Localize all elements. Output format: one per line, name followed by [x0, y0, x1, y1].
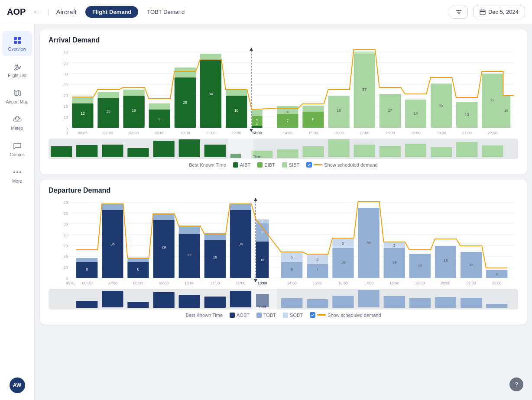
svg-text:10:00: 10:00: [185, 281, 194, 284]
svg-text:13: 13: [465, 113, 469, 117]
sidebar-item-overview[interactable]: Overview: [2, 31, 32, 56]
svg-rect-116: [354, 145, 375, 157]
svg-text:8: 8: [137, 267, 139, 271]
svg-rect-219: [179, 295, 200, 308]
svg-marker-57: [250, 48, 253, 51]
svg-text:21:00: 21:00: [462, 131, 472, 134]
svg-text:Time: Time: [253, 155, 261, 158]
svg-text:09:00: 09:00: [159, 281, 169, 284]
svg-text:25: 25: [183, 100, 187, 105]
date-button[interactable]: Dec 5, 2024: [473, 6, 525, 18]
svg-rect-107: [127, 148, 149, 157]
svg-text:08:00: 08:00: [129, 131, 139, 134]
legend-tobt: TOBT: [256, 313, 276, 318]
svg-rect-60: [252, 110, 263, 116]
svg-rect-7: [14, 37, 17, 40]
svg-text:09:00: 09:00: [155, 131, 164, 134]
back-button[interactable]: ←: [32, 7, 40, 16]
sidebar-item-comms[interactable]: Comms: [2, 137, 32, 161]
sidebar-item-flight-list[interactable]: Flight List: [2, 58, 32, 82]
svg-text:15: 15: [106, 109, 110, 113]
svg-rect-117: [380, 146, 401, 157]
svg-rect-47: [175, 68, 196, 77]
svg-point-13: [16, 117, 19, 120]
svg-text:14:00: 14:00: [283, 131, 292, 134]
legend-eibt-label: EIBT: [264, 162, 275, 168]
svg-text:10:00: 10:00: [180, 131, 190, 134]
svg-text:17:00: 17:00: [364, 281, 373, 284]
help-button[interactable]: ?: [509, 377, 523, 391]
legend-scheduled-departure-label: Show scheduled demand: [328, 313, 381, 318]
svg-text:5: 5: [342, 241, 344, 245]
arrival-chart-svg: 40 35 30 25 20 15 10 5 0 12: [49, 48, 518, 134]
svg-text:15: 15: [392, 261, 396, 265]
svg-text:16: 16: [337, 108, 341, 113]
svg-text:19: 19: [213, 255, 217, 259]
scheduled-checkbox-departure[interactable]: [310, 312, 315, 318]
aobt-swatch: [230, 313, 235, 318]
svg-point-14: [13, 171, 15, 173]
departure-chart-svg: 40 35 30 25 20 15 10 5 0 8: [49, 198, 518, 284]
arrival-legend: Best Known Time AIBT EIBT SIBT: [49, 162, 518, 168]
sidebar-item-airport-map[interactable]: Airport Map: [2, 84, 32, 109]
svg-text:05:45: 05:45: [66, 281, 75, 284]
svg-rect-41: [123, 90, 144, 96]
svg-text:3: 3: [393, 243, 396, 248]
svg-text:08:00: 08:00: [133, 281, 143, 284]
svg-text:16: 16: [132, 108, 136, 113]
overview-icon: [13, 35, 22, 45]
svg-text:22:00: 22:00: [492, 281, 502, 284]
legend-dep-bkt-label: Best Known Time: [185, 313, 223, 318]
svg-rect-220: [204, 297, 226, 308]
arrival-mini-chart: Time: [49, 139, 518, 159]
scheduled-checkbox-arrival[interactable]: [306, 162, 312, 168]
user-avatar[interactable]: AW: [10, 377, 25, 393]
arrival-chart-container: 40 35 30 25 20 15 10 5 0 12: [49, 48, 518, 159]
date-label: Dec 5, 2024: [488, 9, 519, 15]
svg-rect-53: [226, 90, 247, 96]
svg-text:19:00: 19:00: [415, 281, 425, 284]
tab-tobt-demand[interactable]: TOBT Demand: [140, 6, 191, 18]
legend-aibt: AIBT: [233, 162, 250, 168]
svg-rect-10: [18, 41, 21, 44]
svg-rect-223: [281, 298, 302, 308]
svg-text:20:00: 20:00: [441, 281, 450, 284]
legend-scheduled-departure[interactable]: Show scheduled demand: [310, 312, 381, 318]
svg-rect-115: [328, 139, 349, 157]
svg-text:20: 20: [63, 94, 68, 98]
svg-rect-68: [302, 106, 324, 112]
svg-text:14:00: 14:00: [287, 281, 297, 284]
top-nav: AOP ← | Aircraft Flight Demand TOBT Dema…: [0, 0, 532, 24]
svg-text:34: 34: [209, 92, 213, 96]
sidebar: Overview Flight List Airport Map: [0, 24, 35, 400]
svg-rect-9: [14, 41, 17, 44]
sidebar-item-more[interactable]: More: [2, 163, 32, 188]
sidebar-item-meteo[interactable]: Meteo: [2, 110, 32, 135]
legend-scheduled-arrival[interactable]: Show scheduled demand: [306, 162, 378, 168]
svg-text:Time: Time: [259, 305, 266, 309]
svg-rect-218: [153, 292, 174, 308]
svg-point-15: [16, 171, 18, 173]
sibt-swatch: [282, 162, 287, 168]
svg-text:11:00: 11:00: [206, 131, 215, 134]
main-content: Arrival Demand 40 35 30: [35, 24, 532, 400]
svg-rect-73: [354, 52, 375, 54]
svg-rect-3: [480, 10, 485, 15]
svg-rect-229: [435, 297, 456, 308]
svg-text:7: 7: [316, 267, 318, 271]
svg-rect-35: [72, 97, 93, 103]
svg-text:17:00: 17:00: [360, 131, 369, 134]
sidebar-item-more-label: More: [12, 179, 22, 184]
scheduled-line-arrival: [314, 164, 322, 165]
legend-sobt: SOBT: [283, 313, 303, 318]
departure-legend: Best Known Time AOBT TOBT SOBT: [49, 312, 518, 318]
filter-button[interactable]: [450, 6, 468, 19]
svg-rect-231: [486, 304, 507, 308]
tab-flight-demand[interactable]: Flight Demand: [85, 6, 138, 18]
svg-text:5: 5: [291, 255, 293, 259]
legend-scheduled-arrival-label: Show scheduled demand: [324, 162, 378, 168]
flight-icon: [13, 62, 22, 71]
svg-rect-110: [204, 145, 226, 157]
svg-rect-230: [461, 298, 482, 308]
svg-text:20:00: 20:00: [437, 131, 446, 134]
